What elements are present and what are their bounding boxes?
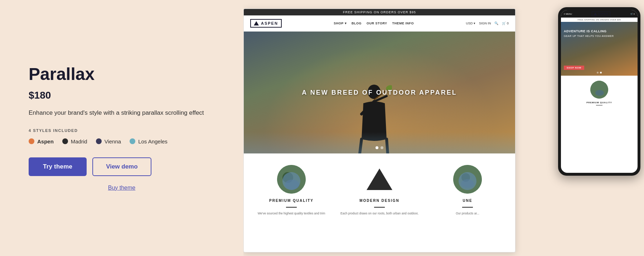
hero-dot-2[interactable] bbox=[381, 146, 383, 149]
feature-text-une: Our products ar... bbox=[456, 211, 479, 216]
style-label-aspen: Aspen bbox=[37, 138, 54, 144]
style-option-los-angeles[interactable]: Los Angeles bbox=[130, 138, 168, 144]
feature-image-modern bbox=[365, 165, 394, 194]
nav-our-story[interactable]: OUR STORY bbox=[367, 22, 387, 25]
theme-price: $180 bbox=[29, 90, 215, 101]
style-dot-los-angeles bbox=[130, 138, 135, 144]
style-dot-madrid bbox=[62, 138, 68, 144]
style-label-vienna: Vienna bbox=[105, 138, 121, 144]
theme-description: Enhance your brand's style with a striki… bbox=[29, 108, 215, 118]
mobile-hero-title: ADVENTURE IS CALLING bbox=[564, 29, 635, 34]
mobile-menu-label: ≡ MENU bbox=[564, 13, 572, 15]
style-option-vienna[interactable]: Vienna bbox=[96, 138, 121, 144]
desktop-features: PREMIUM QUALITY We've sourced the highes… bbox=[244, 153, 515, 223]
left-panel: Parallax $180 Enhance your brand's style… bbox=[0, 0, 243, 256]
nav-signin[interactable]: SIGN IN bbox=[479, 22, 491, 25]
mobile-dots bbox=[597, 72, 602, 74]
feature-divider-modern bbox=[374, 207, 385, 208]
mobile-hero-text: ADVENTURE IS CALLING GEAR UP THAT HELPS … bbox=[564, 29, 635, 38]
style-option-madrid[interactable]: Madrid bbox=[62, 138, 87, 144]
styles-label: 4 STYLES INCLUDED bbox=[29, 128, 215, 133]
hero-dot-1[interactable] bbox=[376, 146, 378, 149]
feature-image-une bbox=[453, 165, 482, 194]
desktop-logo: ASPEN bbox=[250, 19, 282, 28]
feature-text-premium: We've sourced the highest quality textil… bbox=[258, 211, 325, 216]
svg-point-6 bbox=[282, 172, 293, 183]
feature-modern-design: MODERN DESIGN Each product draws on our … bbox=[339, 165, 420, 216]
mobile-topbar: ≡ MENU ASPEN 🛒 0 bbox=[561, 10, 638, 18]
theme-title: Parallax bbox=[29, 65, 215, 84]
style-dot-aspen bbox=[29, 138, 34, 144]
feature-divider-premium bbox=[286, 207, 297, 208]
style-option-aspen[interactable]: Aspen bbox=[29, 138, 54, 144]
mobile-dot-1 bbox=[597, 72, 599, 74]
mobile-hero-subtitle: GEAR UP THAT HELPS YOU ANSWER bbox=[564, 34, 635, 38]
style-label-los-angeles: Los Angeles bbox=[138, 138, 168, 144]
feature-title-une: UNE bbox=[463, 199, 472, 203]
mobile-logo: ASPEN bbox=[592, 11, 610, 16]
style-label-madrid: Madrid bbox=[71, 138, 87, 144]
mobile-features: PREMIUM QUALITY bbox=[561, 76, 638, 110]
desktop-preview: FREE SHIPPING ON ORDERS OVER $95 ASPEN S… bbox=[243, 9, 515, 252]
desktop-shipping-bar: FREE SHIPPING ON ORDERS OVER $95 bbox=[244, 9, 515, 15]
cart-icon[interactable]: 🛒 0 bbox=[502, 22, 509, 25]
hero-text: A NEW BREED OF OUTDOOR APPAREL bbox=[302, 89, 457, 96]
mobile-dot-2 bbox=[600, 72, 602, 74]
feature-image-premium bbox=[277, 165, 306, 194]
nav-usd[interactable]: USD ▾ bbox=[466, 22, 475, 25]
mobile-logo-text: ASPEN bbox=[598, 13, 608, 15]
hero-water bbox=[244, 132, 515, 153]
mobile-feature-item: PREMIUM QUALITY bbox=[564, 81, 635, 107]
right-panel: FREE SHIPPING ON ORDERS OVER $95 ASPEN S… bbox=[243, 0, 644, 256]
desktop-nav-links: SHOP ▾ BLOG OUR STORY THEME INFO bbox=[334, 22, 414, 25]
buy-theme-button[interactable]: Buy theme bbox=[29, 185, 215, 191]
desktop-nav-right: USD ▾ SIGN IN 🔍 🛒 0 bbox=[466, 22, 509, 25]
mobile-feature-circle bbox=[590, 81, 608, 99]
search-icon[interactable]: 🔍 bbox=[494, 22, 498, 25]
feature-triangle-icon bbox=[367, 169, 392, 190]
nav-blog[interactable]: BLOG bbox=[352, 22, 362, 25]
mobile-feature-title: PREMIUM QUALITY bbox=[586, 101, 612, 104]
nav-shop[interactable]: SHOP ▾ bbox=[334, 22, 347, 25]
svg-point-7 bbox=[285, 180, 299, 190]
svg-point-11 bbox=[461, 179, 474, 188]
svg-point-10 bbox=[461, 173, 470, 182]
feature-title-premium: PREMIUM QUALITY bbox=[269, 199, 314, 203]
feature-premium-quality: PREMIUM QUALITY We've sourced the highes… bbox=[251, 165, 332, 216]
view-demo-button[interactable]: View demo bbox=[92, 157, 151, 176]
style-options: Aspen Madrid Vienna Los Angeles bbox=[29, 138, 215, 144]
svg-point-9 bbox=[453, 165, 482, 194]
feature-une: UNE Our products ar... bbox=[427, 165, 508, 216]
svg-point-14 bbox=[595, 90, 604, 96]
mobile-feature-line bbox=[596, 105, 602, 105]
mobile-device: ≡ MENU ASPEN 🛒 0 FREE SHIPPING ON ORDERS… bbox=[558, 7, 640, 176]
mobile-logo-icon bbox=[594, 13, 597, 15]
try-theme-button[interactable]: Try theme bbox=[29, 157, 87, 176]
feature-text-modern: Each product draws on our roots, both ur… bbox=[340, 211, 418, 216]
aspen-logo-text: ASPEN bbox=[261, 21, 278, 25]
mobile-screen: ≡ MENU ASPEN 🛒 0 FREE SHIPPING ON ORDERS… bbox=[561, 10, 638, 173]
hero-dots bbox=[376, 146, 383, 149]
nav-theme-info[interactable]: THEME INFO bbox=[392, 22, 414, 25]
mobile-shop-now-button[interactable]: SHOP NOW bbox=[564, 66, 584, 70]
mobile-cart-icon[interactable]: 🛒 0 bbox=[630, 13, 635, 15]
feature-divider-une bbox=[462, 207, 473, 208]
aspen-logo-icon bbox=[254, 21, 259, 25]
desktop-navbar: ASPEN SHOP ▾ BLOG OUR STORY THEME INFO U… bbox=[244, 15, 515, 32]
svg-point-5 bbox=[277, 165, 306, 194]
mobile-hero: ADVENTURE IS CALLING GEAR UP THAT HELPS … bbox=[561, 22, 638, 76]
svg-point-12 bbox=[590, 81, 608, 99]
button-row: Try theme View demo bbox=[29, 157, 215, 176]
desktop-hero: A NEW BREED OF OUTDOOR APPAREL bbox=[244, 32, 515, 153]
mobile-shipping-bar: FREE SHIPPING ON ORDERS OVER $95 bbox=[561, 18, 638, 22]
feature-title-modern: MODERN DESIGN bbox=[359, 199, 400, 203]
style-dot-vienna bbox=[96, 138, 102, 144]
